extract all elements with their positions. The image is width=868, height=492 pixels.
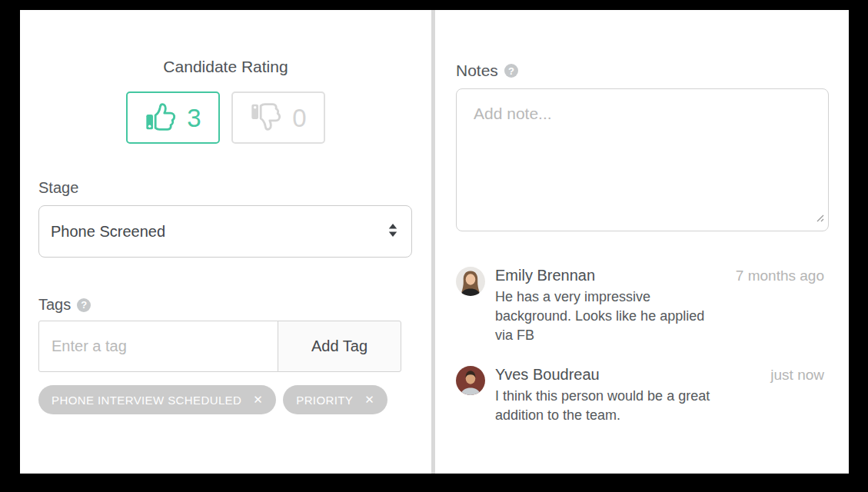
comment-item: Emily Brennan 7 months ago He has a very… [456,267,824,345]
thumbs-down-icon [250,101,284,135]
tag-pill-label: PRIORITY [296,394,353,407]
candidate-panel: Candidate Rating 3 [20,10,849,474]
tag-entry-row: Add Tag [38,321,401,372]
comment-author: Yves Boudreau [495,366,600,384]
thumbs-up-count: 3 [187,105,201,131]
thumbs-down-count: 0 [292,105,306,131]
tag-pill-list: PHONE INTERVIEW SCHEDULED ✕ PRIORITY ✕ [38,385,387,414]
stage-label: Stage [38,179,78,197]
comment-header: Yves Boudreau just now [495,366,824,384]
comment-list: Emily Brennan 7 months ago He has a very… [456,267,824,446]
stage-select-value: Phone Screened [51,223,165,241]
stage-select[interactable]: Phone Screened [38,205,412,258]
comment-author: Emily Brennan [495,267,595,284]
comment-timestamp: 7 months ago [736,268,824,284]
candidate-rating-title: Candidate Rating [20,58,431,76]
tags-header: Tags ? [38,296,91,314]
thumbs-up-button[interactable]: 3 [126,91,220,144]
thumbs-up-icon [145,101,178,135]
rating-buttons: 3 0 [20,91,431,144]
tag-pill-label: PHONE INTERVIEW SCHEDULED [52,394,241,407]
tags-label: Tags [38,296,71,314]
comment-header: Emily Brennan 7 months ago [495,267,824,284]
avatar [456,366,485,395]
comment-main: Yves Boudreau just now I think this pers… [495,366,824,425]
comment-text: He has a very impressive background. Loo… [495,288,722,345]
tag-pill: PHONE INTERVIEW SCHEDULED ✕ [38,385,276,414]
select-arrows-icon [388,223,397,241]
notes-label: Notes [456,62,498,80]
resize-handle-icon[interactable] [816,211,824,225]
comment-timestamp: just now [770,367,824,384]
note-input[interactable] [456,88,829,231]
comment-main: Emily Brennan 7 months ago He has a very… [495,267,824,345]
notes-section: Notes ? [435,10,849,474]
help-icon[interactable]: ? [77,298,91,312]
thumbs-down-button[interactable]: 0 [231,91,325,144]
note-box [456,88,829,231]
comment-item: Yves Boudreau just now I think this pers… [456,366,824,425]
remove-tag-icon[interactable]: ✕ [253,393,263,407]
rating-section: Candidate Rating 3 [20,10,431,474]
notes-header: Notes ? [456,62,518,80]
add-tag-button[interactable]: Add Tag [278,321,401,372]
remove-tag-icon[interactable]: ✕ [364,393,374,407]
tag-input[interactable] [38,321,278,372]
help-icon[interactable]: ? [504,64,518,78]
avatar [456,267,485,296]
tag-pill: PRIORITY ✕ [283,385,387,414]
comment-text: I think this person would be a great add… [495,387,722,425]
